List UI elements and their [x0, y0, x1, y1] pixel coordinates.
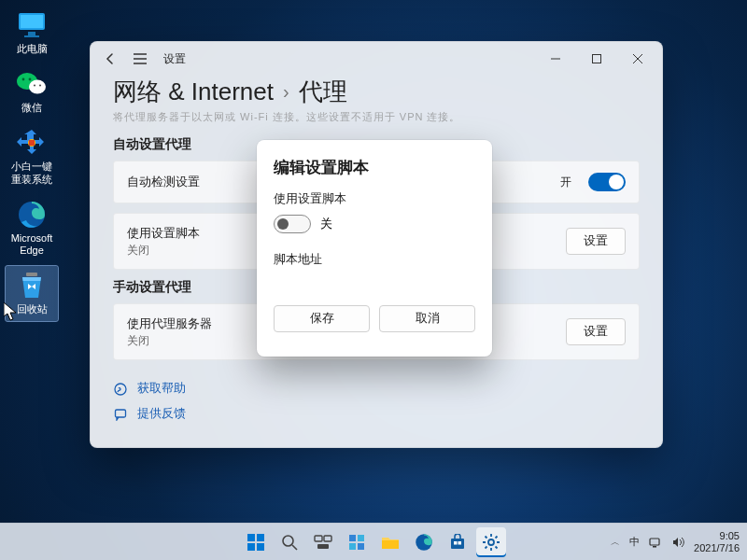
svg-rect-36 — [653, 546, 656, 548]
get-help-link[interactable]: 获取帮助 — [113, 381, 640, 397]
dialog-use-script-toggle[interactable] — [274, 215, 311, 233]
svg-rect-19 — [247, 543, 255, 551]
desktop-icons: 此电脑 微信 小白一键重装系统 Microsoft Edge 回收站 — [6, 6, 65, 325]
dialog-cancel-button[interactable]: 取消 — [379, 305, 475, 332]
svg-rect-24 — [317, 544, 329, 549]
settings-taskbar-button[interactable] — [476, 527, 506, 557]
minimize-button[interactable] — [535, 42, 576, 76]
back-button[interactable] — [104, 52, 117, 65]
chevron-right-icon: › — [283, 81, 289, 103]
svg-rect-31 — [451, 539, 464, 549]
mouse-cursor — [4, 302, 17, 321]
breadcrumb-current: 代理 — [299, 76, 347, 108]
svg-point-5 — [29, 80, 46, 94]
window-title: 设置 — [163, 51, 186, 67]
clock-date: 2021/7/16 — [694, 542, 740, 554]
dialog-title: 编辑设置脚本 — [274, 157, 475, 178]
desktop-icon-edge[interactable]: Microsoft Edge — [6, 195, 58, 262]
feedback-link[interactable]: 提供反馈 — [113, 406, 640, 422]
use-script-settings-button[interactable]: 设置 — [566, 228, 626, 255]
dialog-save-button[interactable]: 保存 — [274, 305, 370, 332]
svg-rect-32 — [454, 541, 458, 545]
file-explorer-button[interactable] — [375, 527, 405, 557]
desktop-icon-wechat[interactable]: 微信 — [6, 64, 58, 119]
widgets-button[interactable] — [342, 527, 372, 557]
edit-script-dialog: 编辑设置脚本 使用设置脚本 关 脚本地址 保存 取消 — [257, 140, 492, 357]
clock[interactable]: 9:05 2021/7/16 — [694, 530, 740, 553]
titlebar: 设置 — [91, 42, 662, 76]
svg-rect-1 — [21, 15, 43, 28]
network-icon[interactable] — [649, 536, 662, 549]
wechat-icon — [16, 68, 48, 100]
svg-point-8 — [34, 85, 35, 87]
desktop-icon-this-pc[interactable]: 此电脑 — [6, 6, 58, 61]
svg-rect-28 — [358, 543, 364, 550]
svg-rect-11 — [29, 140, 35, 146]
svg-rect-18 — [257, 534, 264, 541]
monitor-icon — [16, 9, 48, 41]
svg-rect-29 — [382, 540, 399, 549]
desktop-icon-label: 小白一键重装系统 — [11, 161, 52, 184]
toggle-on-label: 开 — [560, 175, 571, 190]
svg-rect-17 — [247, 534, 255, 541]
dialog-off-label: 关 — [320, 217, 332, 232]
xiaobai-icon — [16, 127, 48, 159]
ime-indicator[interactable]: 中 — [629, 535, 640, 549]
svg-point-34 — [488, 539, 494, 545]
page-subtitle: 将代理服务器于以太网或 Wi-Fi 连接。这些设置不适用于 VPN 连接。 — [113, 110, 640, 123]
edge-icon — [16, 199, 48, 231]
task-view-button[interactable] — [308, 527, 338, 557]
recycle-bin-icon — [16, 270, 48, 301]
taskbar-center — [241, 527, 506, 557]
close-button[interactable] — [617, 42, 658, 76]
svg-point-7 — [29, 78, 32, 81]
start-button[interactable] — [241, 527, 271, 557]
feedback-icon — [113, 407, 128, 422]
svg-point-21 — [283, 536, 293, 546]
store-button[interactable] — [443, 527, 472, 557]
clock-time: 9:05 — [694, 530, 740, 542]
svg-rect-2 — [28, 32, 35, 35]
use-proxy-settings-button[interactable]: 设置 — [566, 318, 626, 345]
desktop-icon-label: 回收站 — [17, 303, 48, 315]
svg-rect-20 — [257, 543, 264, 551]
search-button[interactable] — [275, 527, 304, 557]
breadcrumb-parent[interactable]: 网络 & Internet — [113, 76, 274, 108]
svg-rect-3 — [24, 35, 39, 37]
desktop-icon-label: 此电脑 — [17, 43, 48, 54]
desktop-icon-label: 微信 — [21, 102, 42, 113]
taskbar: ︿ 中 9:05 2021/7/16 — [0, 523, 747, 560]
help-links: 获取帮助 提供反馈 — [113, 381, 640, 422]
breadcrumb: 网络 & Internet › 代理 — [113, 76, 640, 108]
volume-icon[interactable] — [671, 536, 684, 549]
help-icon — [113, 382, 128, 397]
maximize-button[interactable] — [576, 42, 617, 76]
dialog-use-script-label: 使用设置脚本 — [274, 191, 475, 207]
feedback-label: 提供反馈 — [137, 406, 186, 422]
svg-rect-23 — [324, 536, 331, 541]
svg-rect-16 — [116, 410, 126, 417]
nav-menu-button[interactable] — [134, 53, 147, 64]
svg-rect-14 — [593, 55, 601, 63]
edge-taskbar-button[interactable] — [409, 527, 439, 557]
dialog-address-label: 脚本地址 — [274, 252, 475, 268]
svg-rect-26 — [358, 535, 364, 541]
tray-overflow-button[interactable]: ︿ — [611, 536, 620, 549]
svg-point-9 — [39, 85, 41, 87]
desktop-icon-xiaobai[interactable]: 小白一键重装系统 — [6, 123, 58, 190]
desktop-icon-label: Microsoft Edge — [11, 232, 53, 256]
svg-rect-35 — [650, 539, 659, 545]
svg-rect-27 — [349, 543, 356, 550]
svg-rect-25 — [349, 535, 356, 541]
svg-rect-33 — [458, 541, 462, 545]
system-tray: ︿ 中 9:05 2021/7/16 — [611, 530, 740, 553]
get-help-label: 获取帮助 — [137, 381, 186, 397]
svg-point-6 — [22, 78, 25, 81]
svg-rect-13 — [26, 273, 37, 276]
svg-rect-22 — [315, 536, 322, 541]
auto-detect-toggle[interactable] — [588, 173, 626, 191]
